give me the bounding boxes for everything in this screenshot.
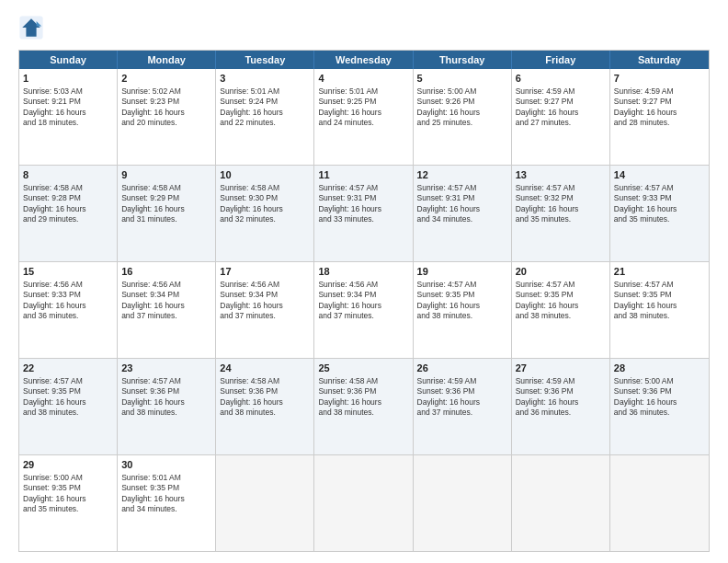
- day-info-line: and 38 minutes.: [516, 311, 606, 321]
- calendar-row-2: 8Sunrise: 4:58 AMSunset: 9:28 PMDaylight…: [19, 166, 709, 262]
- day-info-line: Sunrise: 4:56 AM: [318, 280, 408, 290]
- calendar-cell: [216, 455, 314, 551]
- day-info-line: Sunrise: 5:03 AM: [23, 86, 113, 97]
- day-info-line: Sunset: 9:21 PM: [23, 97, 113, 107]
- day-info-line: and 38 minutes.: [220, 408, 310, 418]
- calendar-cell: 8Sunrise: 4:58 AMSunset: 9:28 PMDaylight…: [19, 166, 118, 261]
- day-number: 6: [516, 72, 606, 86]
- day-number: 11: [318, 168, 408, 182]
- day-info-line: Sunset: 9:24 PM: [220, 97, 310, 107]
- day-info-line: and 24 minutes.: [318, 118, 408, 128]
- header-cell-friday: Friday: [512, 51, 610, 69]
- day-info-line: and 25 minutes.: [417, 118, 507, 128]
- day-info-line: Daylight: 16 hours: [121, 108, 211, 118]
- day-info-line: and 35 minutes.: [516, 214, 606, 224]
- day-info-line: Sunrise: 4:57 AM: [516, 280, 606, 290]
- calendar-cell: 11Sunrise: 4:57 AMSunset: 9:31 PMDayligh…: [314, 166, 413, 261]
- day-info-line: and 38 minutes.: [318, 408, 408, 418]
- day-info-line: Sunrise: 5:01 AM: [318, 86, 408, 97]
- day-info-line: Sunrise: 4:56 AM: [121, 280, 211, 290]
- day-info-line: Sunrise: 5:02 AM: [121, 86, 211, 97]
- day-info-line: and 37 minutes.: [318, 311, 408, 321]
- day-number: 26: [417, 362, 507, 375]
- day-info-line: Sunrise: 4:57 AM: [614, 280, 705, 290]
- day-info-line: Sunrise: 4:57 AM: [417, 280, 507, 290]
- day-number: 23: [121, 362, 211, 375]
- day-info-line: Daylight: 16 hours: [318, 204, 408, 214]
- day-number: 13: [516, 168, 606, 182]
- day-info-line: and 33 minutes.: [318, 214, 408, 224]
- day-info-line: Sunrise: 5:00 AM: [23, 473, 113, 483]
- day-info-line: Sunset: 9:35 PM: [516, 290, 606, 300]
- header-cell-wednesday: Wednesday: [314, 51, 413, 69]
- day-info-line: and 36 minutes.: [614, 408, 705, 418]
- calendar-body: 1Sunrise: 5:03 AMSunset: 9:21 PMDaylight…: [19, 69, 709, 551]
- calendar-cell: 15Sunrise: 4:56 AMSunset: 9:33 PMDayligh…: [19, 262, 118, 358]
- day-info-line: Sunrise: 5:00 AM: [417, 86, 507, 97]
- day-info-line: and 27 minutes.: [516, 118, 606, 128]
- calendar-cell: 7Sunrise: 4:59 AMSunset: 9:27 PMDaylight…: [610, 69, 709, 165]
- header-cell-thursday: Thursday: [414, 51, 512, 69]
- day-info-line: Sunrise: 5:00 AM: [614, 376, 705, 386]
- header: [18, 15, 710, 40]
- day-info-line: and 36 minutes.: [23, 311, 113, 321]
- calendar-cell: 25Sunrise: 4:58 AMSunset: 9:36 PMDayligh…: [314, 359, 413, 454]
- day-info-line: Daylight: 16 hours: [318, 397, 408, 408]
- calendar-cell: 6Sunrise: 4:59 AMSunset: 9:27 PMDaylight…: [512, 69, 610, 165]
- calendar-cell: 13Sunrise: 4:57 AMSunset: 9:32 PMDayligh…: [512, 166, 610, 261]
- calendar-cell: 4Sunrise: 5:01 AMSunset: 9:25 PMDaylight…: [314, 69, 413, 165]
- day-info-line: Daylight: 16 hours: [516, 397, 606, 408]
- day-number: 2: [121, 72, 211, 86]
- calendar-cell: 28Sunrise: 5:00 AMSunset: 9:36 PMDayligh…: [610, 359, 709, 454]
- day-info-line: and 34 minutes.: [417, 214, 507, 224]
- calendar-cell: 20Sunrise: 4:57 AMSunset: 9:35 PMDayligh…: [512, 262, 610, 358]
- day-number: 18: [318, 265, 408, 279]
- day-info-line: and 32 minutes.: [220, 214, 310, 224]
- day-number: 28: [614, 362, 705, 375]
- day-info-line: Sunset: 9:32 PM: [516, 193, 606, 203]
- day-info-line: Sunrise: 4:58 AM: [318, 376, 408, 386]
- header-cell-saturday: Saturday: [610, 51, 709, 69]
- day-info-line: Daylight: 16 hours: [614, 108, 705, 118]
- day-number: 21: [614, 265, 705, 279]
- calendar: SundayMondayTuesdayWednesdayThursdayFrid…: [18, 50, 710, 552]
- header-cell-monday: Monday: [118, 51, 216, 69]
- day-info-line: Sunset: 9:29 PM: [121, 193, 211, 203]
- calendar-cell: 19Sunrise: 4:57 AMSunset: 9:35 PMDayligh…: [414, 262, 512, 358]
- day-info-line: Sunset: 9:31 PM: [417, 193, 507, 203]
- calendar-cell: 26Sunrise: 4:59 AMSunset: 9:36 PMDayligh…: [414, 359, 512, 454]
- day-info-line: Sunrise: 4:57 AM: [121, 376, 211, 386]
- calendar-row-4: 22Sunrise: 4:57 AMSunset: 9:35 PMDayligh…: [19, 359, 709, 455]
- day-info-line: Daylight: 16 hours: [220, 108, 310, 118]
- day-number: 9: [121, 168, 211, 182]
- day-number: 25: [318, 362, 408, 375]
- calendar-cell: 24Sunrise: 4:58 AMSunset: 9:36 PMDayligh…: [216, 359, 314, 454]
- day-info-line: Sunrise: 4:57 AM: [23, 376, 113, 386]
- day-info-line: Sunrise: 4:57 AM: [516, 183, 606, 193]
- day-info-line: Daylight: 16 hours: [516, 108, 606, 118]
- day-number: 20: [516, 265, 606, 279]
- day-number: 14: [614, 168, 705, 182]
- day-info-line: Sunrise: 4:58 AM: [220, 183, 310, 193]
- header-cell-tuesday: Tuesday: [216, 51, 314, 69]
- calendar-cell: 12Sunrise: 4:57 AMSunset: 9:31 PMDayligh…: [414, 166, 512, 261]
- day-number: 30: [121, 458, 211, 472]
- calendar-cell: 2Sunrise: 5:02 AMSunset: 9:23 PMDaylight…: [118, 69, 216, 165]
- day-info-line: Sunrise: 4:58 AM: [121, 183, 211, 193]
- day-number: 19: [417, 265, 507, 279]
- day-info-line: Sunrise: 4:58 AM: [23, 183, 113, 193]
- calendar-cell: 3Sunrise: 5:01 AMSunset: 9:24 PMDaylight…: [216, 69, 314, 165]
- day-info-line: Sunset: 9:35 PM: [23, 386, 113, 396]
- calendar-cell: 29Sunrise: 5:00 AMSunset: 9:35 PMDayligh…: [19, 455, 118, 551]
- day-info-line: Daylight: 16 hours: [23, 108, 113, 118]
- day-info-line: Sunrise: 4:59 AM: [614, 86, 705, 97]
- day-info-line: and 29 minutes.: [23, 214, 113, 224]
- day-info-line: and 37 minutes.: [220, 311, 310, 321]
- day-info-line: Sunset: 9:35 PM: [614, 290, 705, 300]
- day-info-line: Sunrise: 4:59 AM: [417, 376, 507, 386]
- day-info-line: Daylight: 16 hours: [417, 397, 507, 408]
- logo-icon: [18, 15, 44, 40]
- day-info-line: and 38 minutes.: [417, 311, 507, 321]
- day-info-line: Daylight: 16 hours: [614, 301, 705, 311]
- day-info-line: and 28 minutes.: [614, 118, 705, 128]
